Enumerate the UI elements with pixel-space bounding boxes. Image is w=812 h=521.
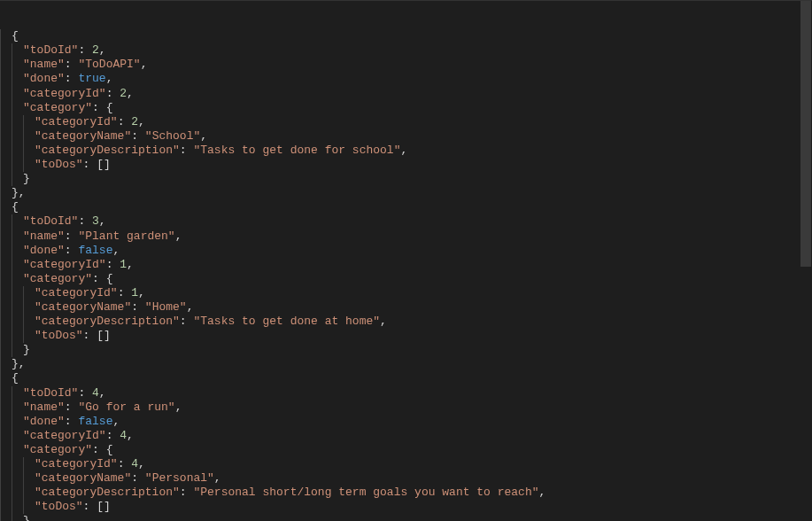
- code-line: "name": "Plant garden",: [0, 229, 812, 244]
- code-line: },: [0, 357, 812, 371]
- code-line: "categoryId": 4,: [0, 457, 812, 471]
- code-line: "toDoId": 4,: [0, 386, 812, 400]
- code-line: },: [0, 186, 812, 200]
- code-line: }: [0, 514, 812, 521]
- code-line: "categoryDescription": "Tasks to get don…: [0, 315, 812, 329]
- code-line: "category": {: [0, 101, 812, 115]
- code-line: "categoryDescription": "Tasks to get don…: [0, 144, 812, 158]
- code-line: {: [0, 29, 812, 43]
- vertical-scrollbar-track[interactable]: [800, 1, 812, 521]
- code-line: "categoryName": "School",: [0, 129, 812, 144]
- code-line: }: [0, 343, 812, 357]
- code-line: {: [0, 200, 812, 214]
- code-line: "done": true,: [0, 72, 812, 86]
- code-line: "categoryId": 2,: [0, 115, 812, 129]
- code-line: "category": {: [0, 443, 812, 457]
- code-line: "toDos": []: [0, 158, 812, 172]
- code-line: "categoryId": 4,: [0, 429, 812, 443]
- code-editor[interactable]: {"toDoId": 2,"name": "ToDoAPI","done": t…: [0, 0, 812, 521]
- code-content: {"toDoId": 2,"name": "ToDoAPI","done": t…: [0, 29, 812, 521]
- code-line: "categoryId": 2,: [0, 87, 812, 101]
- code-line: }: [0, 172, 812, 186]
- code-line: "categoryId": 1,: [0, 286, 812, 300]
- code-line: "toDoId": 2,: [0, 43, 812, 58]
- code-line: "name": "Go for a run",: [0, 400, 812, 415]
- code-line: "categoryDescription": "Personal short/l…: [0, 486, 812, 500]
- code-line: "categoryName": "Home",: [0, 300, 812, 315]
- code-line: "toDoId": 3,: [0, 214, 812, 229]
- code-line: "done": false,: [0, 244, 812, 258]
- vertical-scrollbar-thumb[interactable]: [800, 1, 811, 267]
- code-line: "done": false,: [0, 415, 812, 429]
- code-line: {: [0, 371, 812, 385]
- code-line: "categoryName": "Personal",: [0, 471, 812, 486]
- code-line: "toDos": []: [0, 329, 812, 343]
- code-line: "category": {: [0, 272, 812, 286]
- code-line: "name": "ToDoAPI",: [0, 58, 812, 72]
- code-line: "toDos": []: [0, 500, 812, 514]
- code-line: "categoryId": 1,: [0, 258, 812, 272]
